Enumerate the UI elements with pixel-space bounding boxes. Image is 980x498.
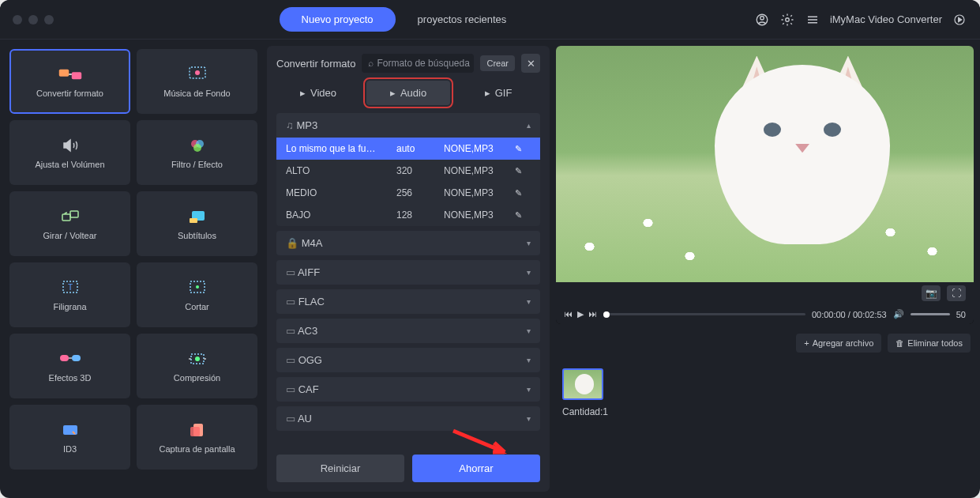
group-flac[interactable]: ▭ FLAC▾ [276, 289, 540, 314]
trash-icon: 🗑 [896, 338, 904, 348]
search-icon: ⌕ [368, 58, 374, 69]
sidebar-item-3d[interactable]: Efectos 3D [9, 334, 130, 398]
group-ogg[interactable]: ▭ OGG▾ [276, 348, 540, 372]
svg-rect-5 [71, 72, 81, 79]
volume-icon[interactable]: 🔊 [893, 309, 904, 319]
format-panel-footer: Reiniciar Ahorrar [267, 445, 550, 492]
group-m4a[interactable]: 🔒 M4A▾ [276, 231, 540, 255]
svg-text:T: T [67, 283, 72, 292]
svg-point-7 [195, 70, 200, 75]
preview-snapshot-row: 📷 ⛶ [556, 282, 974, 304]
id3-icon [58, 421, 83, 440]
account-icon[interactable] [754, 12, 770, 28]
sidebar-item-filter[interactable]: Filtro / Efecto [137, 120, 257, 185]
preset-row[interactable]: BAJO128NONE,MP3✎ [276, 204, 540, 226]
svg-rect-4 [58, 70, 68, 77]
chevron-down-icon: ▾ [527, 326, 531, 335]
tab-recent-projects[interactable]: proyectos recientes [396, 7, 529, 32]
close-dot[interactable] [13, 15, 22, 25]
play-button[interactable]: ▶ [577, 309, 584, 319]
sidebar-item-label: Efectos 3D [49, 373, 92, 383]
gear-icon[interactable] [779, 12, 795, 28]
svg-point-22 [195, 357, 200, 361]
svg-point-2 [786, 17, 790, 21]
tab-audio[interactable]: ▸Audio [366, 81, 450, 105]
titlebar-right: iMyMac Video Converter [754, 12, 967, 28]
format-panel-title: Convertir formato [276, 58, 355, 70]
preset-row[interactable]: Lo mismo que la fu…autoNONE,MP3✎ [276, 138, 540, 160]
svg-point-10 [193, 144, 201, 152]
preset-row[interactable]: MEDIO256NONE,MP3✎ [276, 182, 540, 204]
sidebar-item-background-music[interactable]: Música de Fondo [137, 49, 257, 114]
edit-icon[interactable]: ✎ [515, 210, 531, 221]
preset-row[interactable]: ALTO320NONE,MP3✎ [276, 160, 540, 182]
remove-all-button[interactable]: 🗑Eliminar todos [888, 334, 971, 353]
svg-point-1 [760, 16, 764, 20]
svg-rect-12 [70, 211, 78, 217]
group-mp3[interactable]: ♫ MP3▴ [276, 113, 540, 138]
volume-value: 50 [956, 310, 966, 319]
rotate-icon [58, 207, 83, 226]
svg-rect-11 [62, 214, 70, 221]
group-ac3[interactable]: ▭ AC3▾ [276, 319, 540, 343]
menu-icon[interactable] [805, 12, 820, 28]
glasses-3d-icon [58, 349, 83, 368]
group-caf[interactable]: ▭ CAF▾ [276, 377, 540, 402]
sidebar-item-cut[interactable]: Cortar [137, 262, 257, 327]
sidebar-item-convert-format[interactable]: Convertir formato [9, 49, 130, 114]
queue-actions: +Agregar archivo 🗑Eliminar todos [556, 330, 974, 356]
next-button[interactable]: ⏭ [588, 309, 597, 319]
edit-icon[interactable]: ✎ [515, 166, 531, 176]
sidebar-item-compression[interactable]: Compresión [137, 334, 257, 398]
main-area: Convertir formato Música de Fondo Ajusta… [0, 40, 980, 498]
add-file-button[interactable]: +Agregar archivo [796, 334, 881, 353]
tab-video[interactable]: ▸Video [276, 81, 360, 105]
sidebar-item-watermark[interactable]: TFiligrana [9, 262, 130, 327]
sidebar-item-label: Subtítulos [178, 231, 216, 240]
group-au[interactable]: ▭ AU▾ [276, 406, 540, 431]
compress-icon [185, 349, 210, 368]
edit-icon[interactable]: ✎ [515, 144, 531, 154]
prev-button[interactable]: ⏮ [564, 309, 573, 319]
sidebar-item-volume[interactable]: Ajusta el Volúmen [9, 120, 130, 185]
search-input[interactable]: ⌕Formato de búsqueda [362, 54, 474, 73]
volume-icon [58, 136, 83, 155]
save-button[interactable]: Ahorrar [412, 455, 540, 482]
tab-new-project[interactable]: Nuevo proyecto [280, 7, 396, 32]
sidebar-item-label: Convertir formato [36, 89, 103, 98]
right-pane: 📷 ⛶ ⏮ ▶ ⏭ 00:00:00 / 00:02:53 🔊 50 [556, 46, 974, 492]
format-panel-header: Convertir formato ⌕Formato de búsqueda C… [267, 46, 550, 81]
queue-thumbnail[interactable] [562, 368, 603, 400]
minimize-dot[interactable] [28, 15, 38, 25]
cut-icon [185, 278, 210, 297]
svg-rect-25 [190, 427, 200, 436]
app-name-label: iMyMac Video Converter [830, 13, 942, 25]
tab-gif[interactable]: ▸GIF [456, 81, 540, 105]
music-icon [185, 65, 210, 84]
video-icon: ▸ [300, 87, 306, 99]
snapshot-button[interactable]: 📷 [922, 285, 941, 301]
group-aiff[interactable]: ▭ AIFF▾ [276, 260, 540, 285]
format-panel: Convertir formato ⌕Formato de búsqueda C… [267, 46, 550, 492]
sidebar-item-rotate[interactable]: Girar / Voltear [9, 191, 130, 256]
format-type-tabs: ▸Video ▸Audio ▸GIF [267, 81, 550, 113]
maximize-dot[interactable] [44, 15, 54, 25]
fullscreen-button[interactable]: ⛶ [947, 285, 966, 301]
create-button[interactable]: Crear [480, 55, 515, 71]
seek-slider[interactable] [603, 313, 805, 315]
sidebar-item-subtitles[interactable]: Subtítulos [137, 191, 257, 256]
sidebar-item-screenshot[interactable]: Captura de pantalla [137, 405, 257, 470]
reset-button[interactable]: Reiniciar [276, 455, 404, 482]
volume-slider[interactable] [911, 313, 950, 315]
edit-icon[interactable]: ✎ [515, 188, 531, 198]
play-circle-icon[interactable] [952, 12, 967, 28]
chevron-down-icon: ▾ [527, 414, 531, 423]
chevron-down-icon: ▾ [527, 239, 531, 247]
app-window: Nuevo proyecto proyectos recientes iMyMa… [0, 0, 980, 498]
sidebar-item-id3[interactable]: ID3 [9, 405, 130, 470]
preview-canvas[interactable] [556, 46, 974, 282]
chevron-down-icon: ▾ [527, 385, 531, 394]
player-controls: ⏮ ▶ ⏭ 00:00:00 / 00:02:53 🔊 50 [556, 304, 974, 324]
format-list[interactable]: ♫ MP3▴ Lo mismo que la fu…autoNONE,MP3✎ … [267, 113, 550, 445]
close-panel-button[interactable]: ✕ [521, 54, 540, 73]
